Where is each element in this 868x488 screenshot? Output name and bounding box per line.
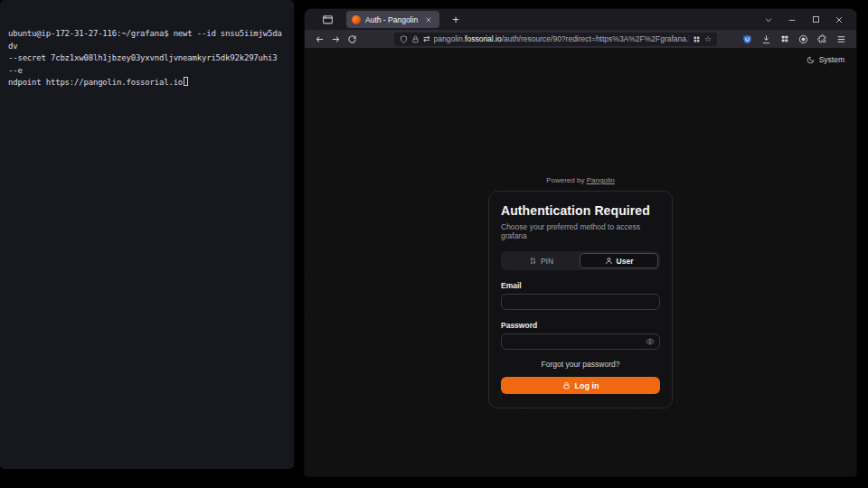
password-field[interactable] xyxy=(501,333,660,350)
auth-method-tabs: PIN User xyxy=(501,251,660,270)
card-title: Authentication Required xyxy=(501,203,660,218)
url-bar[interactable]: ⇄ pangolin.fossorial.io/auth/resource/90… xyxy=(394,33,717,46)
user-icon xyxy=(605,257,613,265)
url-subdomain: pangolin. xyxy=(434,34,466,43)
desktop: ubuntu@ip-172-31-27-116:~/grafana$ newt … xyxy=(0,0,868,488)
privacy-extension-icon[interactable] xyxy=(798,34,808,44)
login-lock-icon xyxy=(562,381,571,389)
firefox-view-icon[interactable] xyxy=(317,12,337,28)
tab-user[interactable]: User xyxy=(580,253,658,268)
ublock-origin-icon[interactable] xyxy=(742,34,752,44)
tab-user-label: User xyxy=(617,257,634,266)
tab-close-icon[interactable] xyxy=(423,14,434,25)
window-maximize-button[interactable] xyxy=(804,12,827,28)
tab-pin[interactable]: PIN xyxy=(503,253,580,268)
theme-label: System xyxy=(819,55,844,64)
email-label: Email xyxy=(501,281,660,290)
terminal-window[interactable]: ubuntu@ip-172-31-27-116:~/grafana$ newt … xyxy=(0,0,294,469)
downloads-icon[interactable] xyxy=(761,34,771,44)
powered-by: Powered by Pangolin xyxy=(488,176,673,184)
lock-icon[interactable] xyxy=(411,35,420,43)
account-containers-icon[interactable] xyxy=(780,34,789,43)
forgot-password-link[interactable]: Forgot your password? xyxy=(501,360,660,369)
terminal-line: ubuntu@ip-172-31-27-116:~/grafana$ newt … xyxy=(8,28,286,52)
pangolin-link[interactable]: Pangolin xyxy=(587,176,615,184)
tab-pin-label: PIN xyxy=(541,257,553,266)
new-tab-button[interactable]: + xyxy=(448,12,464,28)
list-tabs-chevron-icon[interactable] xyxy=(757,12,780,28)
show-password-eye-icon[interactable] xyxy=(646,337,655,346)
forward-icon[interactable] xyxy=(327,32,344,46)
tab-title: Auth - Pangolin xyxy=(365,15,419,24)
auth-card: Authentication Required Choose your pref… xyxy=(488,191,673,408)
theme-toggle[interactable]: System xyxy=(807,55,844,64)
password-label: Password xyxy=(501,321,660,330)
url-path: /auth/resource/90?redirect=https%3A%2F%2… xyxy=(502,34,689,43)
login-button[interactable]: Log in xyxy=(501,377,660,394)
auth-column: Powered by Pangolin Authentication Requi… xyxy=(488,176,673,408)
toolbar-extensions-area xyxy=(742,34,846,44)
back-icon[interactable] xyxy=(311,32,327,46)
bookmark-star-icon[interactable]: ☆ xyxy=(704,34,712,43)
url-text: pangolin.fossorial.io/auth/resource/90?r… xyxy=(434,34,689,43)
terminal-line: --secret 7cbz1xw08lh1jbzey03yxvndljvneam… xyxy=(8,52,286,77)
url-domain: fossorial.io xyxy=(465,34,502,43)
extensions-puzzle-icon[interactable] xyxy=(817,34,827,44)
page-actions-grid-icon[interactable] xyxy=(693,35,701,43)
moon-theme-icon xyxy=(807,56,815,64)
tracking-protection-shield-icon[interactable] xyxy=(400,35,408,43)
page-content: System Powered by Pangolin Authenticatio… xyxy=(305,48,856,476)
pangolin-favicon xyxy=(352,15,361,24)
nav-toolbar: ⇄ pangolin.fossorial.io/auth/resource/90… xyxy=(305,30,856,48)
pin-keypad-icon xyxy=(529,257,537,265)
terminal-line: ndpoint https://pangolin.fossorial.io xyxy=(8,78,183,87)
password-wrap xyxy=(501,330,660,350)
window-close-button[interactable] xyxy=(827,12,851,28)
powered-by-text: Powered by xyxy=(546,176,584,184)
window-minimize-button[interactable] xyxy=(780,12,804,28)
permissions-swap-icon[interactable]: ⇄ xyxy=(423,34,430,43)
email-field[interactable] xyxy=(501,294,660,310)
terminal-cursor xyxy=(184,77,188,86)
hamburger-menu-icon[interactable] xyxy=(836,34,846,44)
browser-tab-auth-pangolin[interactable]: Auth - Pangolin xyxy=(346,11,439,28)
reload-icon[interactable] xyxy=(344,32,360,46)
browser-window: Auth - Pangolin + xyxy=(305,9,856,476)
card-subtitle: Choose your preferred method to access g… xyxy=(501,222,660,240)
login-button-label: Log in xyxy=(575,381,599,390)
tab-strip: Auth - Pangolin + xyxy=(305,9,856,30)
